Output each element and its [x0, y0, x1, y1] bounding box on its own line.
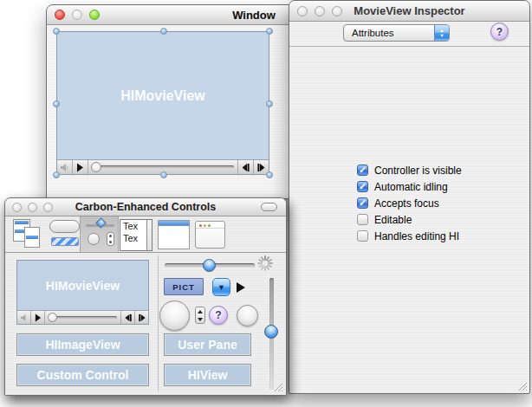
titled-window-icon[interactable]: [158, 220, 190, 249]
palette-toolbar: Tex Tex: [5, 216, 286, 253]
palette-image-view[interactable]: HIImageView: [16, 333, 149, 356]
popup-down-arrow-icon: ▼: [439, 33, 444, 38]
minimize-button[interactable]: [315, 6, 325, 16]
close-button[interactable]: [55, 10, 65, 20]
check-icon: ✓: [359, 198, 367, 207]
palette-titlebar[interactable]: Carbon-Enhanced Controls: [5, 198, 286, 216]
disclosure-triangle[interactable]: [237, 282, 245, 293]
close-button[interactable]: [297, 6, 308, 16]
resize-grip[interactable]: [272, 381, 283, 392]
attributes-checkbox-list: ✓ Controller is visible ✓ Automatic idli…: [357, 165, 462, 242]
checkbox-row: ✓ Controller is visible: [357, 165, 462, 176]
step-back-button[interactable]: [237, 160, 253, 174]
palette-custom-control-label: Custom Control: [37, 368, 129, 382]
traffic-lights: [55, 10, 100, 20]
palette-image-view-label: HIImageView: [45, 338, 120, 352]
help-button[interactable]: ?: [490, 23, 509, 41]
selection-handle[interactable]: [53, 100, 60, 107]
selection-handle[interactable]: [160, 28, 167, 35]
check-icon: ✓: [359, 165, 367, 174]
palette-hiview-label: HIView: [188, 368, 228, 382]
text-icon-line: Tex: [123, 233, 138, 243]
lists-icon[interactable]: [13, 218, 44, 251]
controls-icon[interactable]: [81, 216, 120, 252]
down-arrow-icon: [198, 318, 203, 321]
inspector-titlebar[interactable]: MovieView Inspector: [289, 1, 529, 22]
zoom-button[interactable]: [43, 203, 53, 212]
play-button[interactable]: [73, 160, 88, 174]
movie-scrubber[interactable]: [45, 311, 120, 324]
zoom-button[interactable]: [89, 10, 100, 20]
text-view-icon[interactable]: Tex Tex: [120, 219, 152, 251]
scrubber-thumb[interactable]: [48, 313, 57, 322]
traffic-lights: [297, 6, 342, 16]
palette-user-pane-label: User Pane: [178, 338, 237, 352]
selection-handle[interactable]: [266, 100, 273, 107]
checkbox-row: ✓ Accepts focus: [357, 197, 462, 209]
checkbox-controller-visible[interactable]: ✓: [357, 165, 368, 176]
desktop: Window HIMovieView: [0, 0, 532, 407]
scrubber-track[interactable]: [49, 316, 117, 320]
palette-content: HIMovieView: [5, 253, 286, 395]
round-button-small[interactable]: [237, 305, 258, 326]
check-icon: ✓: [359, 182, 367, 191]
help-button[interactable]: ?: [209, 306, 228, 325]
horizontal-slider-thumb[interactable]: [203, 259, 216, 272]
checkbox-label: Accepts focus: [374, 197, 439, 210]
step-back-button[interactable]: [120, 311, 134, 324]
minimize-button[interactable]: [28, 203, 37, 212]
round-button-large[interactable]: [159, 300, 190, 331]
popup-arrow-button[interactable]: ▼: [212, 278, 230, 296]
scrubber-thumb[interactable]: [91, 162, 101, 172]
checkbox-row: ✓ Automatic idling: [357, 181, 462, 192]
text-icon-line: Tex: [123, 221, 138, 231]
speaker-icon[interactable]: [17, 311, 31, 324]
resize-grip[interactable]: [516, 380, 528, 391]
checkbox-label: Automatic idling: [374, 181, 448, 193]
checkbox-editable[interactable]: ✓: [357, 214, 368, 225]
selection-handle[interactable]: [266, 28, 273, 35]
checkbox-handles-editing-hi[interactable]: ✓: [357, 230, 368, 242]
vertical-slider-thumb[interactable]: [264, 325, 278, 339]
selection-handle[interactable]: [266, 171, 273, 178]
checkbox-accepts-focus[interactable]: ✓: [357, 197, 368, 209]
window-palette: Carbon-Enhanced Controls: [4, 197, 287, 396]
movie-view[interactable]: HIMovieView: [56, 31, 269, 175]
spinner-icon: [256, 255, 274, 272]
window-inspector: MovieView Inspector Attributes ▲ ▼ ? ✓ C…: [289, 0, 530, 394]
checkbox-label: Controller is visible: [374, 165, 462, 177]
selection-handle[interactable]: [53, 171, 60, 178]
close-button[interactable]: [12, 203, 22, 212]
attributes-popup[interactable]: Attributes ▲ ▼: [343, 24, 450, 42]
traffic-lights: [12, 203, 53, 212]
selection-handle[interactable]: [160, 171, 167, 178]
scrubber-track[interactable]: [92, 165, 234, 169]
checkbox-automatic-idling[interactable]: ✓: [357, 181, 368, 192]
movie-view-label: HIMovieView: [57, 32, 269, 159]
inspector-header: Attributes ▲ ▼ ?: [289, 22, 529, 47]
pict-button-label: PICT: [172, 282, 195, 292]
selection-handle[interactable]: [53, 28, 60, 35]
little-arrows-stepper[interactable]: [195, 307, 205, 324]
palette-hiview[interactable]: HIView: [164, 364, 251, 386]
checkbox-row: ✓ Handles editing HI: [357, 230, 462, 242]
minimize-button[interactable]: [72, 10, 82, 20]
down-arrow-icon: ▼: [217, 283, 225, 292]
palette-movie-view[interactable]: HIMovieView: [16, 260, 149, 325]
palette-user-pane[interactable]: User Pane: [164, 333, 251, 356]
up-arrow-icon: [198, 310, 203, 313]
play-button[interactable]: [31, 311, 45, 324]
toolbar-toggle-button[interactable]: [261, 203, 277, 211]
pict-button[interactable]: PICT: [164, 278, 204, 295]
column-divider: [158, 255, 159, 391]
checkbox-label: Handles editing HI: [374, 230, 459, 242]
popup-selected-value: Attributes: [344, 28, 434, 38]
zoom-button[interactable]: [332, 6, 342, 16]
palette-movie-controller: [17, 310, 148, 324]
speaker-icon[interactable]: [57, 160, 73, 174]
palette-movie-view-label: HIMovieView: [17, 261, 148, 310]
checkbox-label: Editable: [374, 214, 412, 226]
plain-window-icon[interactable]: [195, 221, 225, 249]
palette-custom-control[interactable]: Custom Control: [16, 364, 149, 386]
step-forward-button[interactable]: [134, 311, 148, 324]
